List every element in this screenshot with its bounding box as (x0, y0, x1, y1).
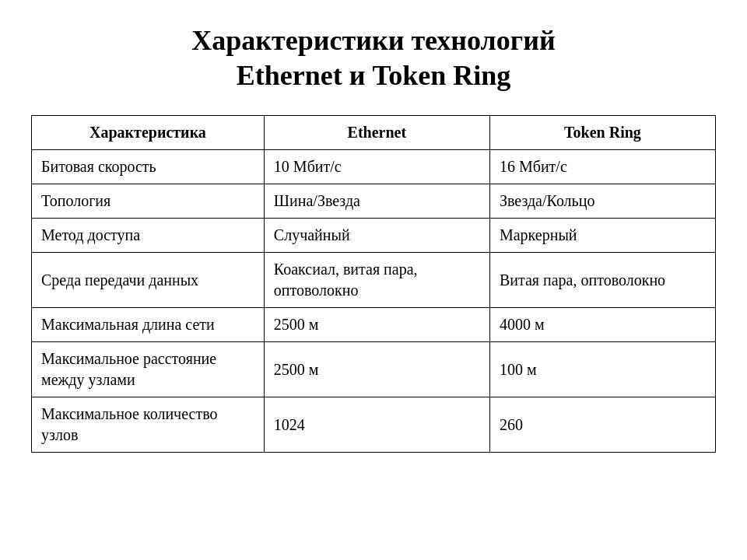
cell-token-ring: Звезда/Кольцо (489, 184, 715, 219)
cell-ethernet: 10 Мбит/с (264, 150, 489, 184)
header-ethernet: Ethernet (264, 116, 489, 150)
cell-ethernet: 1024 (264, 397, 489, 453)
cell-characteristic: Метод доступа (32, 219, 265, 253)
cell-ethernet: 2500 м (264, 342, 489, 397)
table-row: Максимальное количество узлов1024260 (32, 397, 716, 453)
comparison-table: Характеристика Ethernet Token Ring Битов… (31, 115, 716, 453)
cell-ethernet: Шина/Звезда (264, 184, 489, 219)
cell-token-ring: Маркерный (489, 219, 715, 253)
cell-characteristic: Среда передачи данных (32, 253, 265, 308)
cell-token-ring: 100 м (489, 342, 715, 397)
cell-ethernet: Случайный (264, 219, 489, 253)
cell-token-ring: Витая пара, оптоволокно (489, 253, 715, 308)
cell-token-ring: 16 Мбит/с (489, 150, 715, 184)
title-line1: Характеристики технологий (191, 23, 555, 58)
title-line2: Ethernet и Token Ring (191, 58, 555, 93)
cell-token-ring: 260 (489, 397, 715, 453)
page-title: Характеристики технологий Ethernet и Tok… (191, 23, 555, 93)
table-row: Максимальная длина сети2500 м4000 м (32, 308, 716, 342)
table-row: Битовая скорость10 Мбит/с16 Мбит/с (32, 150, 716, 184)
cell-token-ring: 4000 м (489, 308, 715, 342)
table-wrapper: Характеристика Ethernet Token Ring Битов… (31, 115, 716, 453)
header-characteristic: Характеристика (32, 116, 265, 150)
cell-characteristic: Максимальное расстояние между узлами (32, 342, 265, 397)
cell-characteristic: Топология (32, 184, 265, 219)
cell-ethernet: 2500 м (264, 308, 489, 342)
table-row: Максимальное расстояние между узлами2500… (32, 342, 716, 397)
cell-characteristic: Битовая скорость (32, 150, 265, 184)
table-header-row: Характеристика Ethernet Token Ring (32, 116, 716, 150)
table-row: Метод доступаСлучайныйМаркерный (32, 219, 716, 253)
table-row: Среда передачи данныхКоаксиал, витая пар… (32, 253, 716, 308)
table-row: ТопологияШина/ЗвездаЗвезда/Кольцо (32, 184, 716, 219)
cell-characteristic: Максимальное количество узлов (32, 397, 265, 453)
header-token-ring: Token Ring (489, 116, 715, 150)
cell-characteristic: Максимальная длина сети (32, 308, 265, 342)
cell-ethernet: Коаксиал, витая пара, оптоволокно (264, 253, 489, 308)
